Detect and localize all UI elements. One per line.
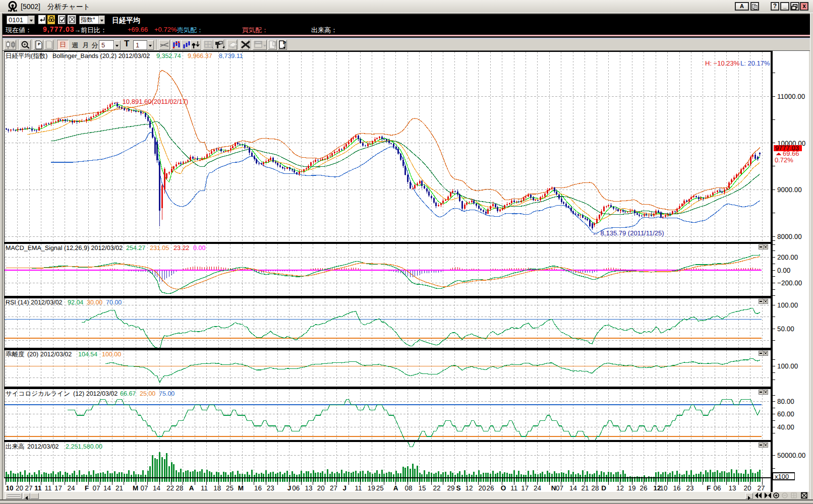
svg-text:23: 23: [686, 484, 693, 492]
svg-text:24: 24: [534, 484, 542, 492]
svg-text:20: 20: [16, 484, 23, 492]
svg-text:0.00: 0.00: [193, 244, 205, 251]
svg-text:14: 14: [103, 484, 111, 492]
svg-text:20: 20: [478, 484, 486, 492]
svg-text:27: 27: [25, 484, 32, 492]
svg-text:70.00: 70.00: [106, 299, 122, 306]
svg-text:16: 16: [254, 484, 262, 492]
svg-text:12: 12: [616, 484, 624, 492]
svg-text:← 8,135.79 (2011/11/25): ← 8,135.79 (2011/11/25): [592, 229, 664, 237]
svg-text:28: 28: [591, 484, 599, 492]
svg-text:17: 17: [54, 484, 62, 492]
svg-text:乖離度: 乖離度: [6, 351, 25, 358]
svg-text:20: 20: [743, 484, 751, 492]
svg-text:75.00: 75.00: [159, 390, 175, 397]
svg-text:19: 19: [628, 484, 635, 492]
svg-text:出来高: 出来高: [6, 443, 25, 450]
svg-text:F: F: [85, 484, 89, 492]
svg-text:x100: x100: [775, 473, 789, 480]
svg-text:12: 12: [465, 484, 473, 492]
svg-text:60.00: 60.00: [777, 410, 794, 418]
svg-text:11: 11: [355, 484, 362, 492]
svg-text:200.00: 200.00: [777, 254, 798, 261]
svg-text:11: 11: [44, 484, 51, 492]
svg-text:日経平均(指数): 日経平均(指数): [6, 52, 47, 59]
svg-text:0.72%: 0.72%: [775, 156, 793, 164]
svg-text:D: D: [601, 484, 606, 492]
svg-text:11: 11: [510, 484, 517, 492]
svg-text:9,352.74: 9,352.74: [156, 52, 181, 59]
svg-text:29: 29: [447, 484, 454, 492]
svg-text:(20) 2012/03/02: (20) 2012/03/02: [27, 351, 72, 358]
svg-text:23.22: 23.22: [173, 244, 189, 251]
svg-text:07: 07: [92, 484, 100, 492]
svg-text:O: O: [501, 484, 506, 492]
svg-text:11000.00: 11000.00: [777, 93, 805, 100]
svg-text:2012/03/02: 2012/03/02: [27, 443, 59, 450]
svg-text:50000.00: 50000.00: [777, 452, 805, 459]
svg-text:06: 06: [292, 484, 300, 492]
svg-text:14: 14: [153, 484, 161, 492]
svg-text:17: 17: [521, 484, 529, 492]
svg-text:40.00: 40.00: [777, 423, 794, 431]
svg-text:(12) 2012/03/02: (12) 2012/03/02: [73, 390, 118, 397]
svg-text:8000.00: 8000.00: [777, 233, 802, 240]
svg-text:27: 27: [757, 484, 765, 492]
svg-text:L: 20.17%: L: 20.17%: [740, 59, 770, 67]
svg-text:08: 08: [404, 484, 412, 492]
svg-text:S: S: [456, 484, 460, 492]
svg-text:MACD_EMA_Signal (12,26,9) 2012: MACD_EMA_Signal (12,26,9) 2012/03/02: [6, 244, 123, 251]
svg-text:10: 10: [6, 484, 13, 492]
svg-text:26: 26: [640, 484, 647, 492]
svg-text:11: 11: [34, 484, 42, 492]
svg-text:25: 25: [376, 484, 384, 492]
svg-text:06: 06: [713, 484, 721, 492]
svg-text:27: 27: [330, 484, 337, 492]
svg-text:13: 13: [728, 484, 736, 492]
svg-text:14: 14: [569, 484, 577, 492]
svg-text:24: 24: [67, 484, 75, 492]
svg-text:21: 21: [581, 484, 589, 492]
svg-text:23: 23: [267, 484, 274, 492]
svg-text:07: 07: [140, 484, 148, 492]
svg-text:15: 15: [418, 484, 426, 492]
svg-text:100.00: 100.00: [777, 362, 798, 370]
svg-text:50.00: 50.00: [777, 325, 794, 333]
svg-text:8,739.11: 8,739.11: [219, 52, 243, 59]
svg-text:M: M: [238, 484, 244, 492]
svg-text:21: 21: [115, 484, 123, 492]
svg-text:100.00: 100.00: [102, 351, 121, 358]
svg-text:M: M: [133, 484, 138, 492]
svg-text:−200.00: −200.00: [777, 279, 802, 287]
svg-text:22: 22: [433, 484, 440, 492]
svg-text:20: 20: [317, 484, 325, 492]
svg-text:13: 13: [305, 484, 312, 492]
svg-text:104.54: 104.54: [78, 351, 97, 358]
svg-text:25.00: 25.00: [140, 390, 155, 397]
svg-text:28: 28: [176, 484, 183, 492]
svg-text:9000.00: 9000.00: [777, 186, 802, 194]
svg-text:66.67: 66.67: [120, 390, 136, 397]
svg-text:231.05: 231.05: [150, 244, 169, 251]
svg-text:22: 22: [166, 484, 174, 492]
svg-text:10: 10: [660, 484, 667, 492]
svg-text:9,966.37: 9,966.37: [188, 52, 212, 59]
svg-text:11: 11: [201, 484, 208, 492]
svg-text:J: J: [287, 484, 292, 492]
svg-text:254.27: 254.27: [126, 244, 145, 251]
svg-text:30.00: 30.00: [87, 299, 102, 306]
svg-text:← 10,891.60(2011/02/17): ← 10,891.60(2011/02/17): [114, 98, 188, 105]
svg-text:25: 25: [226, 484, 234, 492]
svg-text:A: A: [189, 484, 194, 492]
svg-text:F: F: [707, 484, 711, 492]
svg-text:07: 07: [556, 484, 563, 492]
svg-text:Bollinger_Bands (20,2) 2012/03: Bollinger_Bands (20,2) 2012/03/02: [52, 52, 150, 59]
svg-text:80.00: 80.00: [777, 398, 794, 405]
svg-text:J: J: [343, 484, 347, 492]
svg-text:100.00: 100.00: [777, 301, 798, 309]
svg-text:RSI (14) 2012/03/02: RSI (14) 2012/03/02: [6, 299, 63, 306]
svg-text:2,251,580.00: 2,251,580.00: [66, 443, 102, 450]
svg-text:92.04: 92.04: [68, 299, 83, 306]
svg-text:H: −10.23%: H: −10.23%: [705, 59, 740, 67]
svg-text:26: 26: [486, 484, 494, 492]
